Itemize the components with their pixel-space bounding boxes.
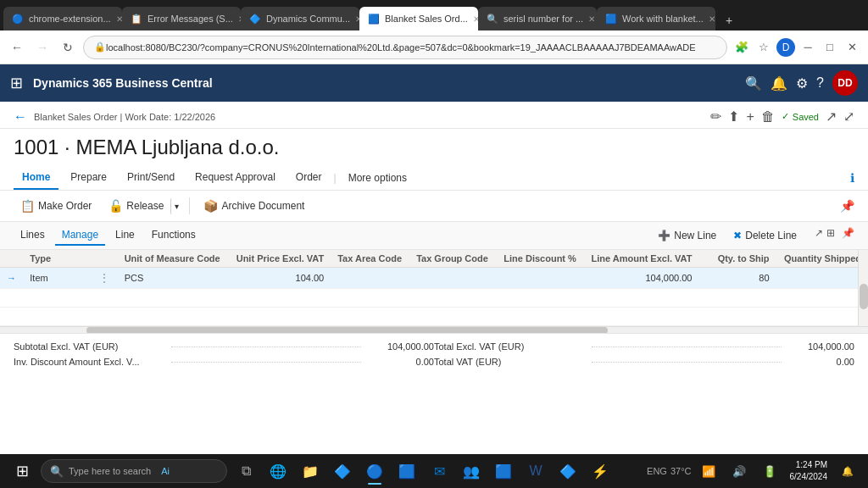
taskbar-cl-app[interactable]: 🟦: [488, 456, 519, 486]
lines-pin-icon[interactable]: 📌: [842, 227, 854, 244]
close-icon[interactable]: ✕: [843, 38, 861, 57]
table-row[interactable]: → Item ⋮ PCS 104.00 104,000.00 80: [0, 268, 868, 289]
tab-chrome-extension[interactable]: 🔵 chrome-extension... ✕: [3, 7, 122, 30]
taskbar-word[interactable]: W: [520, 456, 551, 486]
sub-tab-line[interactable]: Line: [108, 225, 142, 246]
bookmark-star-icon[interactable]: ☆: [754, 38, 773, 57]
row-discount-cell[interactable]: [496, 268, 583, 289]
vertical-scrollbar[interactable]: [858, 250, 868, 326]
tab-work-with-blanket[interactable]: 🟦 Work with blanket... ✕: [597, 7, 715, 30]
col-discount-header: Line Discount %: [496, 250, 583, 268]
tab-error-messages[interactable]: 📋 Error Messages (S... ✕: [122, 7, 241, 30]
tab-order[interactable]: Order: [287, 166, 331, 190]
edit-icon[interactable]: ✏: [710, 108, 721, 125]
row-tax-group-cell[interactable]: [409, 268, 496, 289]
taskbar: ⊞ 🔍 Type here to search Ai ⧉ 🌐 📁 🔷 🔵 🟦 ✉…: [0, 454, 868, 488]
start-button[interactable]: ⊞: [7, 456, 37, 486]
sub-tab-manage[interactable]: Manage: [55, 225, 105, 246]
tab-favicon: 🔵: [12, 14, 24, 25]
make-order-button[interactable]: 📋 Make Order: [14, 196, 98, 216]
taskbar-dynamics-app[interactable]: 🔷: [327, 456, 358, 486]
back-nav-btn[interactable]: ←: [7, 37, 27, 58]
taskbar-teams[interactable]: 👥: [456, 456, 487, 486]
taskbar-bl-app[interactable]: 🟦: [392, 456, 422, 486]
lines-share-icon[interactable]: ↗: [815, 227, 823, 244]
settings-icon[interactable]: ⚙: [796, 75, 808, 92]
taskbar-mail[interactable]: ✉: [424, 456, 454, 486]
row-menu-icon[interactable]: ⋮: [98, 271, 110, 285]
add-icon[interactable]: +: [746, 109, 754, 125]
info-icon[interactable]: ℹ: [850, 171, 854, 185]
inv-discount-label: Inv. Discount Amount Excl. V...: [14, 357, 166, 367]
col-unit-header: Unit of Measure Code: [118, 250, 229, 268]
profile-icon[interactable]: D: [776, 38, 795, 57]
tab-close-btn[interactable]: ✕: [588, 14, 595, 24]
delete-icon[interactable]: 🗑: [761, 109, 775, 125]
row-unit-cell[interactable]: PCS: [118, 268, 229, 289]
new-line-button[interactable]: ➕ New Line: [652, 227, 722, 244]
ai-button[interactable]: Ai: [156, 464, 175, 478]
extensions-icon[interactable]: 🧩: [732, 38, 751, 57]
tab-blanket-sales-order[interactable]: 🟦 Blanket Sales Ord... ✕: [359, 7, 478, 30]
tab-close-btn[interactable]: ✕: [709, 14, 715, 24]
row-menu-cell[interactable]: ⋮: [92, 268, 117, 289]
archive-document-button[interactable]: 📦 Archive Document: [197, 196, 311, 216]
tab-close-btn[interactable]: ✕: [116, 14, 122, 24]
row-type-cell[interactable]: Item: [23, 268, 92, 289]
forward-nav-btn[interactable]: →: [32, 37, 53, 58]
taskbar-search-bar[interactable]: 🔍 Type here to search Ai: [41, 459, 227, 483]
tab-label: chrome-extension...: [29, 14, 111, 24]
lines-sub-toolbar: Lines Manage Line Functions ➕ New Line ✖…: [0, 222, 868, 250]
help-icon[interactable]: ?: [816, 75, 824, 91]
inv-discount-row: Inv. Discount Amount Excl. V... 0.00: [14, 354, 434, 369]
battery-icon[interactable]: 🔋: [756, 458, 783, 485]
tab-more-options[interactable]: More options: [340, 167, 415, 189]
search-icon[interactable]: 🔍: [745, 75, 762, 92]
sub-tab-functions[interactable]: Functions: [145, 225, 203, 246]
saved-indicator: ✓ Saved: [782, 111, 819, 122]
lines-grid-icon[interactable]: ⊞: [826, 227, 835, 244]
notifications-icon[interactable]: 🔔: [771, 75, 787, 92]
url-bar[interactable]: 🔒 localhost:8080/BC230/?company=CRONUS%2…: [83, 36, 727, 59]
taskbar-explorer[interactable]: 📁: [295, 456, 326, 486]
user-avatar[interactable]: DD: [832, 70, 858, 96]
new-tab-btn[interactable]: +: [719, 10, 739, 30]
taskbar-edge[interactable]: 🌐: [263, 456, 293, 486]
volume-icon[interactable]: 🔊: [726, 458, 753, 485]
taskbar-vscode[interactable]: ⚡: [585, 456, 615, 486]
row-qty-to-ship-cell[interactable]: 80: [698, 268, 776, 289]
tab-serial-number[interactable]: 🔍 serisl number for ... ✕: [478, 7, 597, 30]
release-dropdown-arrow[interactable]: ▾: [170, 198, 182, 214]
row-price-cell[interactable]: 104.00: [228, 268, 331, 289]
scroll-thumb[interactable]: [86, 327, 607, 333]
taskbar-bl-app2[interactable]: 🔷: [553, 456, 583, 486]
tab-label: Work with blanket...: [622, 14, 704, 24]
pin-icon[interactable]: 📌: [840, 199, 854, 213]
tab-home[interactable]: Home: [14, 166, 58, 190]
taskbar-search-icon: 🔍: [50, 465, 64, 478]
open-in-new-icon[interactable]: ↗: [826, 108, 837, 125]
row-qty-shipped-cell[interactable]: [776, 268, 868, 289]
sub-tab-lines[interactable]: Lines: [14, 225, 52, 246]
wifi-icon[interactable]: 📶: [695, 458, 722, 485]
tab-request-approval[interactable]: Request Approval: [186, 166, 284, 190]
tab-print-send[interactable]: Print/Send: [119, 166, 183, 190]
v-scroll-thumb[interactable]: [860, 284, 868, 309]
restore-icon[interactable]: □: [821, 38, 839, 57]
release-button[interactable]: 🔓 Release: [102, 196, 170, 216]
tab-prepare[interactable]: Prepare: [62, 166, 115, 190]
row-tax-area-cell[interactable]: [331, 268, 409, 289]
taskbar-task-view[interactable]: ⧉: [231, 456, 261, 486]
taskbar-chrome[interactable]: 🔵: [359, 456, 390, 486]
notification-icon[interactable]: 🔔: [834, 458, 861, 485]
share-icon[interactable]: ⬆: [728, 108, 739, 125]
back-button[interactable]: ←: [14, 109, 27, 125]
minimize-icon[interactable]: ─: [798, 38, 817, 57]
refresh-btn[interactable]: ↻: [58, 37, 78, 58]
tab-dynamics-community[interactable]: 🔷 Dynamics Commu... ✕: [241, 7, 359, 30]
delete-line-button[interactable]: ✖ Delete Line: [727, 227, 803, 244]
tab-favicon: 🔍: [487, 14, 498, 25]
row-line-amount-cell[interactable]: 104,000.00: [583, 268, 699, 289]
expand-icon[interactable]: ⤢: [843, 108, 854, 125]
horizontal-scrollbar[interactable]: [0, 326, 868, 333]
